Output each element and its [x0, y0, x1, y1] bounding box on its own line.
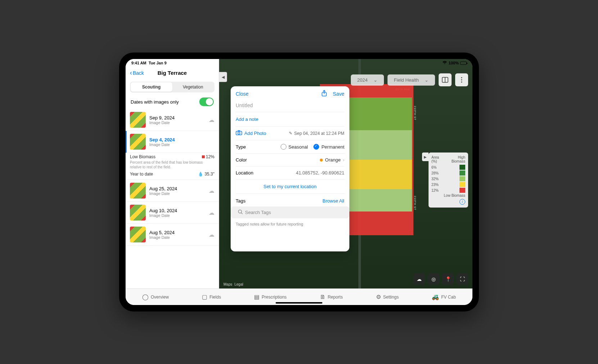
location-value: 41.085752, -90.690621 [296, 170, 344, 176]
home-indicator [276, 302, 322, 304]
date-list[interactable]: Sep 9, 2024 Image Date ☁ Sep 4, 2024 Ima… [126, 109, 219, 288]
pencil-icon: ✎ [289, 131, 292, 136]
panel-tabs: Scouting Vegetation [130, 82, 214, 92]
road-label: 210TH ST [413, 196, 417, 210]
cloud-icon: ☁ [209, 117, 214, 123]
tab-scouting[interactable]: Scouting [131, 82, 172, 92]
back-button[interactable]: ‹ Back [130, 69, 144, 77]
set-current-location-button[interactable]: Set to my current location [236, 179, 344, 194]
tab-reports[interactable]: 🗎Reports [320, 294, 343, 300]
toggle-label: Dates with images only [131, 99, 179, 105]
info-icon[interactable]: i [459, 199, 465, 205]
share-icon[interactable] [321, 90, 327, 97]
tab-fvcab[interactable]: 🚜FV Cab [432, 294, 456, 300]
road-label: 210TH ST [413, 106, 417, 120]
maps-attribution: Maps Legal [221, 282, 243, 286]
seasonal-radio[interactable] [281, 144, 286, 150]
fields-icon: ▢ [202, 294, 207, 300]
cloud-download-icon[interactable]: ☁ [209, 231, 214, 238]
save-button[interactable]: Save [333, 91, 344, 97]
field-thumbnail [130, 112, 146, 128]
date-item[interactable]: Aug 25, 2024 Image Date ☁ [126, 180, 219, 202]
pin-title-input[interactable]: Untitled [236, 101, 344, 112]
browse-tags-button[interactable]: Browse All [322, 198, 344, 204]
legend-collapse-button[interactable]: ▶ [422, 153, 429, 161]
tag-hint: Tagged notes allow for future reporting [236, 218, 344, 248]
reports-icon: 🗎 [320, 294, 326, 300]
search-icon [238, 209, 243, 215]
gear-icon: ⚙ [376, 294, 381, 300]
date-item[interactable]: Aug 5, 2024 Image Date ☁ [126, 224, 219, 246]
panel-title: Big Terrace [158, 70, 187, 76]
chevron-down-icon: ⌄ [373, 77, 377, 83]
pin-button[interactable]: 📍 [442, 273, 454, 285]
svg-point-7 [238, 132, 240, 134]
search-tags-input[interactable]: Search Tags [231, 206, 349, 218]
collapse-panel-button[interactable]: ◀ [219, 72, 227, 82]
overview-icon: ◯ [142, 294, 149, 300]
svg-point-3 [461, 79, 462, 81]
cloud-download-icon[interactable]: ☁ [209, 209, 214, 216]
tab-fields[interactable]: ▢Fields [202, 294, 221, 300]
tab-overview[interactable]: ◯Overview [142, 294, 169, 300]
date-item-selected[interactable]: Sep 4, 2024 Image Date [126, 131, 219, 153]
color-row[interactable]: Color Orange › [236, 154, 344, 167]
biomass-summary: Low Biomass 12% Percent area of the fiel… [126, 153, 219, 180]
field-thumbnail [130, 183, 146, 199]
date-item[interactable]: Aug 10, 2024 Image Date ☁ [126, 202, 219, 224]
battery-icon [460, 62, 467, 65]
more-menu-button[interactable] [455, 73, 468, 86]
field-thumbnail [130, 205, 146, 220]
tab-vegetation[interactable]: Vegetation [172, 82, 214, 92]
tab-prescriptions[interactable]: ▤Prescriptions [254, 294, 286, 300]
svg-point-4 [461, 82, 462, 83]
prescriptions-icon: ▤ [254, 294, 259, 300]
svg-point-8 [239, 210, 242, 213]
field-thumbnail [130, 134, 146, 150]
field-thumbnail [130, 227, 146, 242]
svg-point-2 [461, 77, 462, 78]
split-view-button[interactable] [439, 73, 452, 86]
color-swatch [320, 159, 323, 161]
add-photo-button[interactable]: Add Photo [244, 131, 266, 136]
pin-editor-popover: Close Save Untitled Add a note [231, 86, 349, 251]
close-button[interactable]: Close [236, 91, 249, 97]
weather-button[interactable]: ☁ [413, 273, 425, 285]
layer-selector[interactable]: Field Health ⌄ [388, 74, 435, 86]
camera-icon[interactable] [236, 130, 242, 136]
wifi-icon [442, 61, 447, 65]
field-panel: ‹ Back Big Terrace Scouting Vegetation D… [126, 59, 219, 288]
fullscreen-button[interactable]: ⛶ [457, 273, 468, 285]
cloud-download-icon[interactable]: ☁ [209, 187, 214, 194]
tab-settings[interactable]: ⚙Settings [376, 294, 399, 300]
add-note-button[interactable]: Add a note [236, 112, 344, 127]
chevron-right-icon: › [343, 157, 344, 163]
chevron-down-icon: ⌄ [425, 77, 429, 83]
locate-button[interactable]: ◎ [428, 273, 439, 285]
date-item[interactable]: Sep 9, 2024 Image Date ☁ [126, 109, 219, 131]
svg-line-9 [241, 213, 243, 214]
chevron-left-icon: ‹ [130, 69, 132, 77]
biomass-legend: ▶ Area (%) High Biomass 6% 28% 32% 23% 1… [429, 153, 468, 208]
images-only-toggle[interactable] [199, 97, 214, 106]
status-bar: 9:41 AM Tue Jan 9 100% [126, 59, 472, 67]
water-drop-icon: 💧 [198, 172, 203, 177]
permanent-radio[interactable] [313, 144, 319, 150]
year-selector[interactable]: 2024 ⌄ [351, 74, 384, 86]
tractor-icon: 🚜 [432, 294, 439, 300]
